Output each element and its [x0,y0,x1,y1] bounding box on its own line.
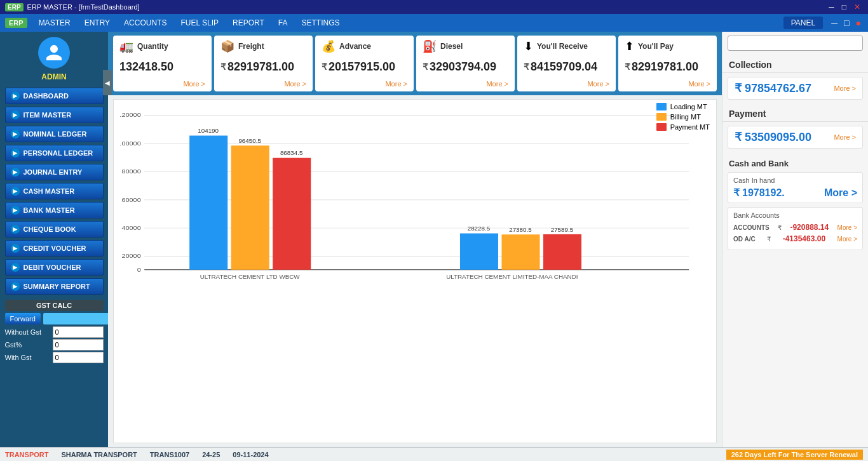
main-layout: ◀ ADMIN ▶ DASHBOARD ▶ ITEM MASTER ▶ NOMI… [0,32,868,447]
status-bar: TRANSPORT SHARMA TRANSPORT TRANS1007 24-… [0,447,868,461]
with-gst-label: With Gst [5,354,32,361]
stat-header-advance: 💰 Advance [322,39,407,53]
bank-name-accounts: ACCOUNTS [733,224,770,231]
stat-more-freight[interactable]: More > [220,80,306,88]
svg-text:86834.5: 86834.5 [280,150,302,156]
arrow-icon: ▶ [11,244,20,253]
stat-more-advance[interactable]: More > [322,80,407,88]
bank-name-od: OD A/C [733,236,756,243]
gst-percent-input[interactable] [53,339,104,351]
legend-billing-mt: Billing MT [656,113,710,121]
panel-button[interactable]: PANEL [783,17,823,29]
payment-section: Payment ₹ 53509095.00 More > [722,104,868,152]
bank-more-od[interactable]: More > [837,236,857,243]
menu-master[interactable]: MASTER [32,16,77,30]
arrow-icon: ▶ [11,91,20,100]
svg-text:0: 0 [137,266,141,272]
menu-accounts[interactable]: ACCOUNTS [118,16,173,30]
stat-label-pay: You'll Pay [638,42,674,51]
menu-entry[interactable]: ENTRY [78,16,116,30]
menu-fa[interactable]: FA [272,16,294,30]
panel-minimize-icon[interactable]: ─ [829,18,839,28]
gst-calc-section: GST CALC Forward Without Gst Gst% With G… [5,300,104,364]
menu-settings[interactable]: SETTINGS [295,16,346,30]
payment-value: ₹ 53509095.00 More > [735,130,856,144]
sidebar-btn-bank-master[interactable]: ▶ BANK MASTER [5,202,104,218]
gst-percent-label: Gst% [5,341,22,349]
maximize-button[interactable]: □ [839,3,849,11]
menu-fuel-slip[interactable]: FUEL SLIP [174,16,225,30]
sidebar-btn-cash-master[interactable]: ▶ CASH MASTER [5,183,104,199]
erp-logo: ERP [5,18,27,28]
chart-legend: Loading MT Billing MT Payment MT [656,103,710,131]
sidebar-btn-journal-entry[interactable]: ▶ JOURNAL ENTRY [5,164,104,180]
stat-more-quantity[interactable]: More > [119,80,205,88]
svg-text:60000: 60000 [121,196,141,203]
collection-more-link[interactable]: More > [834,84,856,92]
svg-text:100000: 100000 [120,140,141,146]
svg-text:20000: 20000 [121,253,141,259]
panel-close-icon[interactable]: ● [854,18,863,28]
sidebar-btn-summary-report[interactable]: ▶ SUMMARY REPORT [5,278,104,295]
stat-label-diesel: Diesel [440,42,463,51]
legend-loading-mt: Loading MT [656,103,710,110]
bank-accounts-title: Bank Accounts [733,211,857,219]
sidebar-btn-cheque-book[interactable]: ▶ CHEQUE BOOK [5,221,104,237]
sidebar-btn-personal-ledger[interactable]: ▶ PERSONAL LEDGER [5,145,104,161]
panel-restore-icon[interactable]: □ [842,18,851,28]
stat-label-advance: Advance [339,42,371,51]
svg-text:80000: 80000 [121,168,141,175]
gst-percent-row: Gst% [5,339,104,351]
gst-forward-button[interactable]: Forward [5,313,41,324]
pay-icon: ⬆ [625,39,634,53]
cash-in-hand-more-link[interactable]: More > [824,187,857,199]
stat-header-pay: ⬆ You'll Pay [625,39,710,53]
cash-in-hand-value: ₹ 1978192. More > [733,187,857,199]
right-panel-top [722,32,868,55]
sidebar-btn-nominal-ledger[interactable]: ▶ NOMINAL LEDGER [5,126,104,142]
without-gst-input[interactable] [53,326,104,338]
bank-more-accounts[interactable]: More > [837,224,857,231]
stat-more-receive[interactable]: More > [524,80,609,88]
menu-report[interactable]: REPORT [226,16,271,30]
arrow-icon: ▶ [11,225,20,234]
stat-value-advance: ₹ 20157915.00 [322,60,407,74]
stat-header-freight: 📦 Freight [220,39,306,53]
sidebar-collapse-button[interactable]: ◀ [103,70,112,95]
cash-in-hand-label: Cash In hand [733,177,857,184]
right-panel-search-input[interactable] [728,36,863,51]
svg-text:104190: 104190 [198,128,219,134]
with-gst-input[interactable] [53,352,104,363]
arrow-icon: ▶ [11,282,20,291]
content-area: 🚛 Quantity 132418.50 More > 📦 Freight ₹ … [108,32,722,447]
sidebar-btn-debit-voucher[interactable]: ▶ DEBIT VOUCHER [5,259,104,276]
gst-forward-row: Forward [5,313,104,324]
legend-color-loading [656,103,667,110]
sidebar-btn-dashboard[interactable]: ▶ DASHBOARD [5,88,104,104]
without-gst-label: Without Gst [5,328,41,336]
sidebar-btn-item-master[interactable]: ▶ ITEM MASTER [5,107,104,123]
stat-more-pay[interactable]: More > [625,80,710,88]
payment-value-card: ₹ 53509095.00 More > [728,126,863,149]
sidebar-btn-credit-voucher[interactable]: ▶ CREDIT VOUCHER [5,240,104,257]
payment-more-link[interactable]: More > [834,133,856,141]
bar-g2-loading [460,234,498,270]
minimize-button[interactable]: ─ [826,3,837,11]
bank-value-od: -4135463.00 [783,234,825,243]
status-company: SHARMA TRANSPORT [61,451,137,458]
stat-more-diesel[interactable]: More > [423,80,508,88]
gst-without-row: Without Gst [5,326,104,338]
bar-g2-billing [501,234,539,270]
arrow-icon: ▶ [11,110,20,119]
legend-label-billing: Billing MT [670,113,701,121]
app-logo-icon: ERP [5,3,24,11]
chart-section: Loading MT Billing MT Payment MT 120000 … [113,99,717,443]
title-bar-controls[interactable]: ─ □ ✕ [826,3,863,11]
legend-label-loading: Loading MT [670,103,707,110]
stat-card-pay: ⬆ You'll Pay ₹ 82919781.00 More > [618,36,717,91]
title-bar-left: ERP ERP MASTER - [frmTestDashboard] [5,3,140,11]
stat-header-diesel: ⛽ Diesel [423,39,508,53]
close-button[interactable]: ✕ [851,3,863,11]
bar-g1-billing [231,145,269,270]
arrow-icon: ▶ [11,168,20,177]
